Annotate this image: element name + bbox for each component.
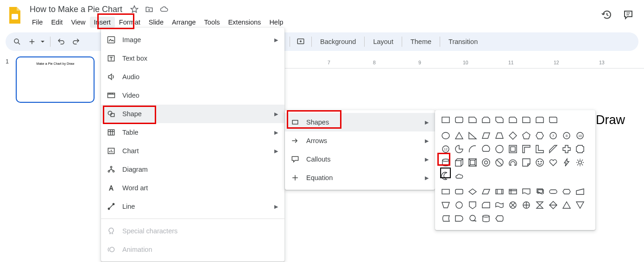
- snip-diag-icon[interactable]: [494, 115, 505, 125]
- chord-icon[interactable]: [481, 144, 491, 154]
- hexagon-icon[interactable]: [535, 131, 545, 141]
- menu-edit[interactable]: Edit: [47, 17, 67, 28]
- rounded-rectangle-icon[interactable]: [454, 115, 464, 125]
- l-shape-icon[interactable]: [535, 144, 545, 154]
- menu-help[interactable]: Help: [265, 17, 287, 28]
- insert-diagram[interactable]: Diagram: [101, 160, 284, 179]
- comment-add-icon[interactable]: [294, 35, 308, 49]
- flowchart-merge-icon[interactable]: [575, 200, 585, 210]
- sun-icon[interactable]: [575, 157, 585, 168]
- flowchart-decision-icon[interactable]: [467, 187, 478, 197]
- flowchart-delay-icon[interactable]: [454, 213, 464, 224]
- plaque-icon[interactable]: [575, 144, 585, 154]
- diag-stripe-icon[interactable]: [548, 144, 558, 154]
- cross-icon[interactable]: [562, 144, 572, 154]
- oval-icon[interactable]: [441, 131, 451, 141]
- heptagon-icon[interactable]: 7: [548, 131, 558, 141]
- round-two-icon[interactable]: [535, 115, 545, 125]
- pentagon-icon[interactable]: [521, 131, 531, 141]
- snip-two-icon[interactable]: [481, 115, 491, 125]
- undo-icon[interactable]: [54, 35, 68, 49]
- flowchart-extract-icon[interactable]: [562, 200, 572, 210]
- shape-arrows[interactable]: Arrows▶: [285, 131, 435, 150]
- history-icon[interactable]: [601, 9, 613, 21]
- folded-corner-icon[interactable]: [521, 157, 531, 168]
- flowchart-junction-icon[interactable]: [508, 200, 518, 210]
- menu-extensions[interactable]: Extensions: [224, 17, 265, 28]
- flowchart-offpage-icon[interactable]: [467, 200, 478, 210]
- toolbar-transition[interactable]: Transition: [444, 36, 482, 47]
- slides-logo[interactable]: [6, 3, 24, 28]
- lightning-icon[interactable]: [562, 157, 572, 168]
- menu-view[interactable]: View: [67, 17, 89, 28]
- teardrop-icon[interactable]: [494, 144, 505, 154]
- insert-audio[interactable]: Audio: [101, 68, 284, 86]
- insert-chart[interactable]: Chart▶: [101, 142, 284, 160]
- flowchart-manual-input-icon[interactable]: [575, 187, 585, 197]
- rectangle-icon[interactable]: [441, 115, 451, 125]
- search-icon[interactable]: [10, 35, 24, 49]
- flowchart-or-icon[interactable]: [521, 200, 531, 210]
- shape-shapes[interactable]: Shapes▶: [285, 113, 435, 131]
- redo-icon[interactable]: [69, 35, 83, 49]
- dodecagon-icon[interactable]: 12: [441, 144, 451, 154]
- can-icon[interactable]: [441, 157, 451, 168]
- triangle-icon[interactable]: [454, 131, 464, 141]
- insert-line[interactable]: Line▶: [101, 197, 284, 216]
- cloud-saved-icon[interactable]: [159, 5, 169, 14]
- insert-textbox[interactable]: Text box: [101, 49, 284, 68]
- insert-shape[interactable]: Shape▶: [101, 105, 284, 123]
- document-title[interactable]: How to Make a Pie Chart: [28, 4, 124, 15]
- move-folder-icon[interactable]: [145, 5, 154, 14]
- toolbar-theme[interactable]: Theme: [406, 36, 436, 47]
- insert-image[interactable]: Image▶: [101, 31, 284, 49]
- block-arc-icon[interactable]: [508, 157, 518, 168]
- flowchart-preparation-icon[interactable]: [562, 187, 572, 197]
- parallelogram-icon[interactable]: [481, 131, 491, 141]
- slide-thumbnail[interactable]: Make a Pie Chart by Draw: [16, 56, 95, 103]
- right-triangle-icon[interactable]: [467, 131, 478, 141]
- heart-icon[interactable]: [548, 157, 558, 168]
- insert-video[interactable]: Video: [101, 86, 284, 105]
- flowchart-connector-icon[interactable]: [454, 200, 464, 210]
- octagon-icon[interactable]: 8: [562, 131, 572, 141]
- frame-icon[interactable]: [508, 144, 518, 154]
- cloud-icon[interactable]: [454, 171, 464, 181]
- smiley-icon[interactable]: [535, 157, 545, 168]
- cube-icon[interactable]: [454, 157, 464, 168]
- round-diag-icon[interactable]: [548, 115, 558, 125]
- bevel-icon[interactable]: [467, 157, 478, 168]
- menu-format[interactable]: Format: [115, 17, 145, 28]
- star-icon[interactable]: [130, 5, 139, 14]
- flowchart-predefined-icon[interactable]: [494, 187, 505, 197]
- flowchart-tape-icon[interactable]: [494, 200, 505, 210]
- flowchart-manual-op-icon[interactable]: [441, 200, 451, 210]
- insert-wordart[interactable]: Word art: [101, 179, 284, 197]
- insert-table[interactable]: Table▶: [101, 123, 284, 142]
- no-symbol-icon[interactable]: [494, 157, 505, 168]
- flowchart-process-icon[interactable]: [441, 187, 451, 197]
- half-frame-icon[interactable]: [521, 144, 531, 154]
- trapezoid-icon[interactable]: [494, 131, 505, 141]
- flowchart-stored-icon[interactable]: [441, 213, 451, 224]
- flowchart-terminator-icon[interactable]: [548, 187, 558, 197]
- new-slide-icon[interactable]: [25, 35, 39, 49]
- menu-slide[interactable]: Slide: [145, 17, 168, 28]
- arc-icon[interactable]: [467, 144, 478, 154]
- flowchart-display-icon[interactable]: [494, 213, 505, 224]
- pie-icon[interactable]: [454, 144, 464, 154]
- flowchart-seq-access-icon[interactable]: [467, 213, 478, 224]
- menu-file[interactable]: File: [28, 17, 47, 28]
- diamond-icon[interactable]: [508, 131, 518, 141]
- menu-tools[interactable]: Tools: [200, 17, 224, 28]
- flowchart-alt-process-icon[interactable]: [454, 187, 464, 197]
- toolbar-layout[interactable]: Layout: [368, 36, 398, 47]
- comments-icon[interactable]: [623, 9, 635, 21]
- shape-callouts[interactable]: Callouts▶: [285, 150, 435, 168]
- shape-equation[interactable]: Equation▶: [285, 168, 435, 187]
- flowchart-collate-icon[interactable]: [535, 200, 545, 210]
- flowchart-document-icon[interactable]: [521, 187, 531, 197]
- snip-corner-icon[interactable]: [467, 115, 478, 125]
- flowchart-internal-icon[interactable]: [508, 187, 518, 197]
- flowchart-card-icon[interactable]: [481, 200, 491, 210]
